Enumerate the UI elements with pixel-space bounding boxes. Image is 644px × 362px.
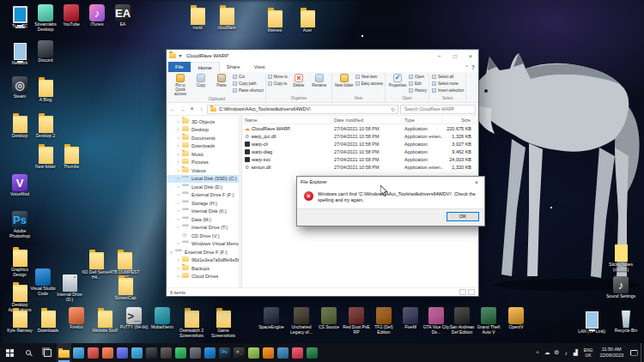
ribbon-button[interactable]: New folder xyxy=(334,73,355,96)
desktop-icon[interactable]: Game Screenshots xyxy=(209,307,238,339)
desktop-icon[interactable]: V VoiceMod xyxy=(5,174,34,197)
nav-item[interactable]: > Downloads xyxy=(167,142,241,151)
desktop-icon[interactable]: San Andreas Def Edition xyxy=(447,307,477,335)
desktop-icon[interactable]: SpaceEngine xyxy=(257,307,286,330)
expand-chevron-icon[interactable]: > xyxy=(176,192,180,197)
search-input[interactable] xyxy=(403,106,473,112)
nav-item[interactable]: > Storage (H:) xyxy=(167,199,241,208)
desktop-icon[interactable]: Sticky Notes (classic) xyxy=(606,243,635,273)
ribbon-button[interactable]: Select all xyxy=(432,74,464,80)
desktop-icon[interactable]: Internal Drive (D:) xyxy=(55,268,84,303)
column-header[interactable]: Type xyxy=(402,116,443,124)
title-bar[interactable]: CloudRave WARP − □ × xyxy=(167,50,478,62)
ribbon-tab[interactable]: File xyxy=(168,62,191,72)
ribbon-tab[interactable]: View xyxy=(247,62,272,72)
nav-item[interactable]: > Data (M:) xyxy=(167,215,241,224)
taskbar-app[interactable] xyxy=(203,343,217,362)
nav-item[interactable]: > Local Disk (SSD) (C:) xyxy=(167,175,241,184)
nav-item[interactable]: > 96d1e3ea7a9d8fe9e5b56e32fe5b57fe xyxy=(167,256,241,265)
desktop-icon[interactable]: motd xyxy=(183,4,212,31)
desktop-icon[interactable]: TF2 (Def) Edition xyxy=(369,307,398,335)
details-view-button[interactable] xyxy=(459,289,466,295)
desktop-icon[interactable]: Website Stuff xyxy=(90,307,119,334)
taskbar-app[interactable] xyxy=(276,343,290,362)
expand-chevron-icon[interactable]: > xyxy=(176,176,180,181)
desktop-icon[interactable]: Firefox xyxy=(62,307,91,330)
desktop-icon[interactable]: Uncharted Legacy of... xyxy=(287,307,316,335)
expand-chevron-icon[interactable]: > xyxy=(176,266,180,271)
desktop-icon[interactable]: OpenIV xyxy=(501,307,531,330)
desktop-icon[interactable]: Recycle Bin xyxy=(611,309,641,334)
nav-item[interactable]: > External Drive F (F:) xyxy=(167,191,241,200)
desktop-icon[interactable]: cloudflare xyxy=(212,4,241,31)
minimize-button[interactable]: − xyxy=(432,50,447,62)
expand-chevron-icon[interactable]: > xyxy=(176,257,180,262)
file-row[interactable]: ⚙ warp_ipc.dll 27/04/2021 10:58 PM Appli… xyxy=(242,132,478,140)
desktop-icon[interactable]: Thumbs xyxy=(57,143,86,170)
taskbar-app[interactable] xyxy=(57,343,71,362)
expand-chevron-icon[interactable]: > xyxy=(176,168,180,173)
nav-item[interactable]: > Backups xyxy=(167,264,241,273)
ribbon-button[interactable]: Select none xyxy=(432,81,464,87)
action-center-button[interactable] xyxy=(627,343,641,362)
desktop-icon[interactable]: ♪ Sound Settings xyxy=(606,276,635,299)
forward-button[interactable]: → xyxy=(179,106,186,112)
file-row[interactable]: warp-diag 27/04/2021 10:58 PM Applicatio… xyxy=(242,148,478,155)
taskbar-app[interactable] xyxy=(246,343,261,362)
expand-chevron-icon[interactable]: > xyxy=(176,241,180,246)
nav-item[interactable]: > Videos xyxy=(167,166,241,175)
expand-chevron-icon[interactable]: v xyxy=(169,250,173,255)
help-button[interactable]: ? xyxy=(471,64,475,70)
nav-item[interactable]: > Music xyxy=(167,150,241,159)
nav-item[interactable]: > Internal Disk (K:) xyxy=(167,208,241,216)
desktop-icon[interactable]: Discord xyxy=(31,40,60,63)
expand-chevron-icon[interactable]: > xyxy=(176,152,180,157)
ribbon-button[interactable]: Paste shortcut xyxy=(233,87,264,94)
column-header[interactable]: Size xyxy=(443,116,474,124)
ribbon-button[interactable]: Pin to Quick access xyxy=(170,73,191,97)
desktop-icon[interactable]: A Blog xyxy=(31,76,60,103)
column-header[interactable]: Name xyxy=(242,116,331,124)
desktop-icon[interactable]: Desktop 2 xyxy=(31,112,60,139)
taskbar-app[interactable] xyxy=(173,343,188,362)
desktop-icon[interactable]: Visual Studio Code xyxy=(28,268,58,297)
desktop-icon[interactable]: Kyle Ramsey xyxy=(5,307,34,334)
expand-chevron-icon[interactable]: > xyxy=(176,119,180,124)
column-header[interactable]: Date modified xyxy=(331,116,402,124)
ribbon-button[interactable]: History xyxy=(409,87,427,94)
refresh-button[interactable]: ↻ xyxy=(391,106,395,112)
up-button[interactable]: ↑ xyxy=(197,106,205,112)
expand-chevron-icon[interactable]: > xyxy=(176,201,180,206)
ribbon-tab[interactable]: Share xyxy=(220,62,247,72)
nav-item[interactable]: > Windows Virtual Memory xyxy=(167,240,241,249)
desktop-icon[interactable]: themes xyxy=(260,7,289,33)
ribbon-button[interactable]: Rename xyxy=(309,73,330,96)
desktop-icon[interactable]: CS Source xyxy=(314,307,343,330)
desktop-icon[interactable]: Streamlabs Desktop xyxy=(31,4,60,33)
show-desktop-button[interactable] xyxy=(641,343,644,362)
ribbon-button[interactable]: Easy access xyxy=(355,81,383,87)
large-icons-view-button[interactable] xyxy=(468,289,475,295)
expand-chevron-icon[interactable]: > xyxy=(176,127,180,132)
expand-chevron-icon[interactable]: > xyxy=(176,184,180,190)
nav-item[interactable]: > Local Disk (D:) xyxy=(167,183,241,191)
nav-item[interactable]: CD Drive (V:) xyxy=(167,232,241,240)
tray-icon[interactable]: ^ xyxy=(533,350,543,356)
desktop-icon[interactable]: Red Dust PvE RP xyxy=(342,307,371,335)
clock[interactable]: 11:50 AM 22/06/2023 xyxy=(596,347,627,359)
back-button[interactable]: ← xyxy=(169,106,177,112)
taskbar-app[interactable]: Ps xyxy=(217,343,232,362)
desktop-icon[interactable]: LAN (TP-Link) xyxy=(577,309,606,335)
tray-icon[interactable]: ⚙ xyxy=(552,349,562,356)
desktop-icon[interactable]: Acer xyxy=(293,7,322,33)
ribbon-button[interactable]: Cut xyxy=(233,74,264,80)
dialog-close-button[interactable]: × xyxy=(469,177,484,187)
nav-item[interactable]: > Cloud Drives xyxy=(167,273,241,281)
nav-item[interactable]: > Documents xyxy=(167,134,241,142)
taskbar-app[interactable] xyxy=(290,343,305,362)
ribbon-button[interactable]: Delete xyxy=(289,73,309,96)
taskbar-app[interactable] xyxy=(144,343,159,362)
taskbar-app[interactable]: >_ xyxy=(232,343,246,362)
ribbon-button[interactable]: Copy xyxy=(191,73,211,97)
desktop-icon[interactable]: ◎ Steam xyxy=(5,76,34,100)
